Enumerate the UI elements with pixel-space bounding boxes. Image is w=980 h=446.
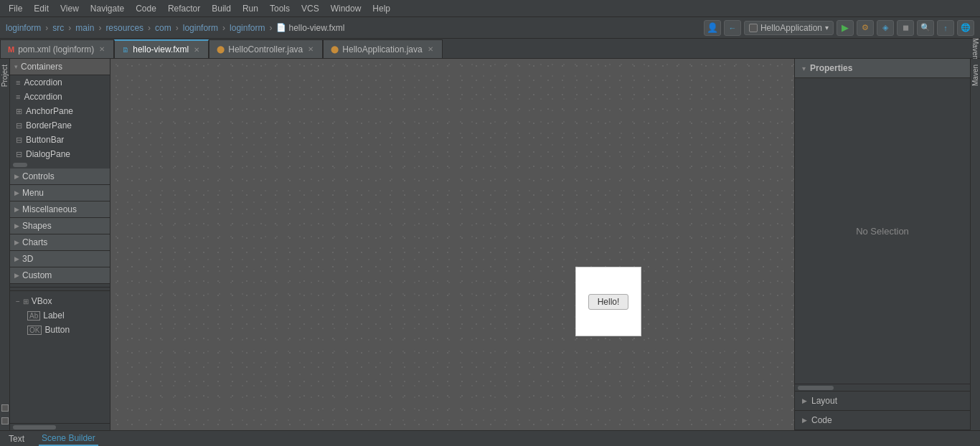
globe-button[interactable]: 🌐 [957, 20, 974, 36]
props-scrollbar-thumb[interactable] [798, 386, 834, 390]
menu-arrow: ▶ [14, 189, 19, 196]
app-selector-label: HelloApplication [760, 23, 822, 33]
menu-view[interactable]: View [55, 2, 85, 15]
section-custom-label: Custom [22, 270, 52, 280]
breadcrumb-loginform3[interactable]: loginform [230, 23, 265, 33]
dialogpane-label: DialogPane [26, 149, 70, 159]
v-scrollbar-thumb[interactable] [13, 163, 27, 167]
section-containers-label: Containers [21, 62, 62, 72]
update-button[interactable]: ↑ [937, 20, 954, 36]
anchorpane-label: AnchorPane [26, 106, 73, 116]
tab-pom[interactable]: M pom.xml (loginform) ✕ [0, 39, 114, 58]
section-menu[interactable]: ▶ Menu [10, 185, 110, 201]
menu-tools[interactable]: Tools [264, 2, 296, 15]
no-selection-label: No Selection [856, 226, 909, 237]
search-button[interactable]: 🔍 [917, 20, 934, 36]
tab-scene-builder[interactable]: Scene Builder [39, 432, 98, 446]
section-shapes[interactable]: ▶ Shapes [10, 218, 110, 234]
breadcrumb-com[interactable]: com [155, 23, 171, 33]
menu-build[interactable]: Build [206, 2, 237, 15]
accordion-1-label: Accordion [24, 77, 62, 87]
item-accordion-1[interactable]: ≡ Accordion [10, 75, 110, 90]
structure-icon[interactable] [1, 404, 9, 412]
canvas-widget[interactable]: Hello! [575, 267, 641, 336]
coverage-button[interactable]: ◈ [877, 20, 894, 36]
controls-arrow: ▶ [14, 173, 19, 180]
properties-arrow: ▾ [802, 65, 806, 72]
tree-button-label: Button [44, 325, 70, 335]
section-charts[interactable]: ▶ Charts [10, 234, 110, 251]
section-containers[interactable]: ▾ Containers [10, 59, 110, 75]
canvas-area[interactable]: Hello! [110, 59, 794, 430]
stop-button[interactable]: ◼ [897, 20, 914, 36]
vbox-collapse[interactable]: − [16, 298, 20, 305]
maven-tab[interactable]: Maven [970, 39, 980, 58]
section-misc[interactable]: ▶ Miscellaneous [10, 201, 110, 218]
layout-section[interactable]: ▶ Layout [795, 392, 970, 411]
hello-button[interactable]: Hello! [588, 294, 629, 310]
custom-arrow: ▶ [14, 272, 19, 279]
section-3d[interactable]: ▶ 3D [10, 251, 110, 267]
menu-code[interactable]: Code [130, 2, 162, 15]
build-button[interactable]: ⚙ [857, 20, 874, 36]
section-menu-label: Menu [22, 188, 44, 198]
dialogpane-icon: ⊟ [16, 150, 22, 159]
tab-application-close[interactable]: ✕ [426, 44, 435, 54]
section-controls[interactable]: ▶ Controls [10, 169, 110, 185]
tab-fxml[interactable]: 🗎 hello-view.fxml ✕ [114, 39, 209, 58]
tab-pom-close[interactable]: ✕ [98, 44, 106, 54]
favorites-icon[interactable] [1, 417, 9, 424]
breadcrumb-loginform2[interactable]: loginform [183, 23, 218, 33]
menu-edit[interactable]: Edit [28, 2, 55, 15]
code-arrow: ▶ [802, 417, 807, 424]
tab-application-icon: ⬤ [331, 45, 339, 53]
tab-text[interactable]: Text [6, 432, 27, 445]
item-borderpane[interactable]: ⊟ BorderPane [10, 118, 110, 133]
breadcrumb-src[interactable]: src [52, 23, 64, 33]
maven-side-tab[interactable]: Maven [970, 59, 980, 92]
menu-help[interactable]: Help [367, 2, 396, 15]
code-section[interactable]: ▶ Code [795, 411, 970, 430]
section-custom[interactable]: ▶ Custom [10, 267, 110, 284]
item-buttonbar[interactable]: ⊟ ButtonBar [10, 133, 110, 147]
item-dialogpane[interactable]: ⊟ DialogPane [10, 147, 110, 161]
tree-label[interactable]: Ab Label [10, 308, 110, 323]
tab-controller[interactable]: ⬤ HelloController.java ✕ [209, 39, 323, 58]
menu-file[interactable]: File [3, 2, 28, 15]
containers-arrow: ▾ [14, 63, 18, 70]
props-footer: ▶ Layout ▶ Code [795, 391, 970, 430]
run-button[interactable]: ▶ [837, 20, 854, 36]
menu-run[interactable]: Run [237, 2, 264, 15]
borderpane-label: BorderPane [26, 120, 72, 131]
shapes-arrow: ▶ [14, 222, 19, 229]
app-selector[interactable]: HelloApplication ▾ [744, 21, 834, 35]
toolbar-right: 👤 ← HelloApplication ▾ ▶ ⚙ ◈ ◼ 🔍 ↑ 🌐 [704, 20, 974, 36]
user-button[interactable]: 👤 [704, 20, 721, 36]
tree-label-label: Label [43, 310, 64, 321]
menu-vcs[interactable]: VCS [296, 2, 325, 15]
tab-controller-label: HelloController.java [228, 44, 303, 54]
item-accordion-2[interactable]: ≡ Accordion [10, 90, 110, 104]
tab-application[interactable]: ⬤ HelloApplication.java ✕ [323, 39, 442, 58]
toolbar: loginform › src › main › resources › com… [0, 17, 980, 39]
project-side-tab[interactable]: Project [0, 59, 10, 92]
section-3d-label: 3D [22, 254, 33, 264]
h-scrollbar-thumb[interactable] [13, 425, 56, 430]
tab-pom-label: pom.xml (loginform) [18, 44, 94, 54]
charts-arrow: ▶ [14, 239, 19, 246]
breadcrumb-main[interactable]: main [75, 23, 94, 33]
tree-vbox[interactable]: − ⊞ VBox [10, 294, 110, 308]
back-button[interactable]: ← [724, 20, 741, 36]
item-anchorpane[interactable]: ⊞ AnchorPane [10, 104, 110, 118]
menu-refactor[interactable]: Refactor [162, 2, 206, 15]
right-side-tabs: Maven [970, 59, 980, 430]
breadcrumb-resources[interactable]: resources [105, 23, 143, 33]
breadcrumb-loginform[interactable]: loginform [6, 23, 41, 33]
tree-button[interactable]: OK Button [10, 323, 110, 337]
left-side-tabs: Project [0, 59, 10, 430]
breadcrumb-file: hello-view.fxml [288, 23, 344, 33]
menu-navigate[interactable]: Navigate [85, 2, 130, 15]
tab-controller-close[interactable]: ✕ [306, 44, 315, 54]
tab-fxml-close[interactable]: ✕ [192, 45, 201, 54]
menu-window[interactable]: Window [325, 2, 367, 15]
